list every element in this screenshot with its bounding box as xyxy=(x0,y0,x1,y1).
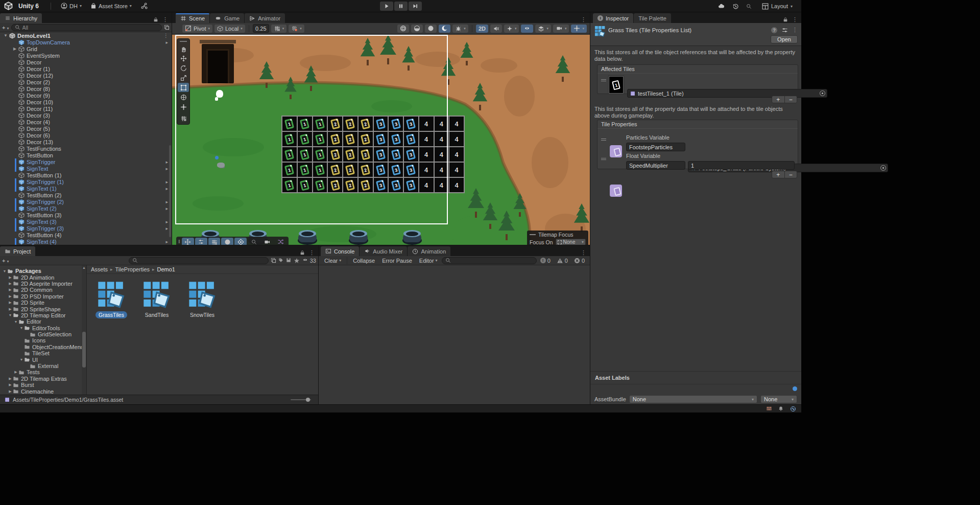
pause-button[interactable] xyxy=(394,2,408,11)
hierarchy-item[interactable]: SignTrigger▸ xyxy=(0,158,172,165)
object-picker-icon[interactable] xyxy=(880,165,886,171)
hierarchy-item[interactable]: SignTrigger (3)▸ xyxy=(0,225,172,232)
hierarchy-item[interactable]: TestButton (2) xyxy=(0,192,172,198)
object-picker-icon[interactable] xyxy=(820,90,825,96)
console-log-area[interactable] xyxy=(319,265,590,404)
hierarchy-item[interactable]: TestButton (3) xyxy=(0,212,172,218)
add-button[interactable]: + xyxy=(772,96,785,103)
asset-item[interactable]: SandTiles xyxy=(142,281,171,318)
hierarchy-item[interactable]: Decor (4) xyxy=(0,119,172,125)
hierarchy-item[interactable]: SignText (2)▸ xyxy=(0,205,172,212)
more-tools-button[interactable] xyxy=(178,113,189,123)
hierarchy-scrollbar[interactable] xyxy=(169,145,171,237)
open-prefab-icon[interactable]: ▸ xyxy=(165,226,168,231)
breadcrumb-tileproperties[interactable]: TileProperties xyxy=(115,266,150,272)
scale-tool-button[interactable] xyxy=(178,73,189,82)
project-tree-scrollbar[interactable]: ▲ xyxy=(82,265,86,395)
create-asset-button[interactable]: + ▾ xyxy=(2,258,9,264)
project-tree-item[interactable]: GridSelection xyxy=(0,331,86,337)
search-by-type-icon[interactable] xyxy=(271,258,276,263)
asset-store-menu[interactable]: Asset Store ▾ xyxy=(87,3,135,9)
mode-2d-button[interactable]: 2D xyxy=(476,25,488,33)
hierarchy-item[interactable]: EventSystem xyxy=(0,52,172,59)
asset-item[interactable]: GrassTiles xyxy=(97,281,126,318)
layers-button[interactable]: ▾ xyxy=(535,25,551,33)
scene-visibility-button[interactable] xyxy=(521,25,533,33)
remove-button[interactable]: − xyxy=(785,171,797,178)
lock-icon[interactable] xyxy=(300,250,305,256)
project-tree-item[interactable]: ▼Packages xyxy=(0,268,86,274)
label-picker-icon[interactable] xyxy=(793,386,797,391)
cache-server-icon[interactable] xyxy=(766,406,772,411)
transform-tool-button[interactable] xyxy=(178,93,189,102)
hierarchy-item[interactable]: TestFunctions xyxy=(0,145,172,152)
search-icon[interactable] xyxy=(746,4,752,9)
project-tree-item[interactable]: ▶2D Tilemap Extras xyxy=(0,376,86,382)
kebab-menu-icon[interactable]: ⋮ xyxy=(581,16,586,23)
add-object-button[interactable]: + ▾ xyxy=(2,25,9,31)
open-prefab-icon[interactable]: ▸ xyxy=(165,219,168,224)
hierarchy-item[interactable]: TopDownCamera▸ xyxy=(0,39,172,45)
tab-console[interactable]: Console xyxy=(321,246,359,256)
hierarchy-item[interactable]: Decor (6) xyxy=(0,132,172,139)
expander-icon[interactable]: ▶ xyxy=(8,294,13,299)
presets-icon[interactable] xyxy=(781,27,788,33)
expander-icon[interactable]: ▶ xyxy=(8,383,13,387)
rect-tool-button[interactable] xyxy=(178,83,189,92)
tile-thumbnail[interactable]: 1 xyxy=(609,76,624,94)
assetbundle-dropdown[interactable]: None▾ xyxy=(629,395,757,403)
rotate-tool-button[interactable] xyxy=(178,63,189,73)
asset-labels-header[interactable]: Asset Labels xyxy=(590,372,801,384)
kebab-menu-icon[interactable]: ⋮ xyxy=(163,33,169,38)
tab-audio-mixer[interactable]: Audio Mixer xyxy=(360,246,407,256)
hierarchy-item[interactable]: Decor (9) xyxy=(0,92,172,99)
open-prefab-icon[interactable]: ▸ xyxy=(165,40,168,45)
hierarchy-item[interactable]: SignText▸ xyxy=(0,165,172,172)
hierarchy-item[interactable]: SignText (4)▸ xyxy=(0,238,172,245)
hierarchy-item[interactable]: TestButton xyxy=(0,152,172,158)
project-tree-item[interactable]: Icons xyxy=(0,337,86,343)
open-prefab-icon[interactable]: ▸ xyxy=(165,166,168,171)
hierarchy-item[interactable]: TestButton (4) xyxy=(0,232,172,238)
camera-tool-button[interactable] xyxy=(261,238,273,245)
hierarchy-item[interactable]: SignText (3)▸ xyxy=(0,218,172,225)
warning-count[interactable]: 0 xyxy=(554,258,570,264)
expander-icon[interactable]: ▶ xyxy=(8,288,13,292)
open-button[interactable]: Open xyxy=(771,35,798,43)
info-count[interactable]: !0 xyxy=(538,258,553,264)
hierarchy-search-input[interactable] xyxy=(22,25,159,31)
cloud-icon[interactable] xyxy=(717,3,725,9)
gizmos-button[interactable]: ▾ xyxy=(571,25,587,33)
hierarchy-item[interactable]: Decor (3) xyxy=(0,112,172,119)
favorites-icon[interactable] xyxy=(294,258,300,264)
shading-shaded-button[interactable] xyxy=(425,25,437,33)
console-search-input[interactable] xyxy=(453,258,533,264)
project-tree-item[interactable]: ObjectCreationMenu xyxy=(0,344,86,350)
overlay-handle[interactable] xyxy=(180,41,187,42)
hierarchy-item[interactable]: ▼DemoLevel1⋮ xyxy=(0,32,172,39)
expander-icon[interactable]: ▶ xyxy=(8,282,13,286)
hierarchy-item[interactable]: SignText (1)▸ xyxy=(0,185,172,192)
expander-icon[interactable]: ▼ xyxy=(19,358,24,361)
drag-handle[interactable] xyxy=(601,139,606,141)
grid-visual-button[interactable]: ▾ xyxy=(271,25,287,33)
open-prefab-icon[interactable]: ▸ xyxy=(165,159,168,165)
focus-on-dropdown[interactable]: None ▾ xyxy=(556,239,586,245)
tab-project[interactable]: Project xyxy=(0,246,35,256)
breadcrumb-demo1[interactable]: Demo1 xyxy=(157,266,175,272)
expander-icon[interactable]: ▶ xyxy=(8,301,13,305)
hierarchy-item[interactable]: Decor (12) xyxy=(0,72,172,79)
hierarchy-item[interactable]: Decor (2) xyxy=(0,79,172,85)
property-value-field[interactable]: 1 xyxy=(688,161,795,170)
project-tree-item[interactable]: ▼2D Tilemap Editor xyxy=(0,312,86,318)
kebab-menu-icon[interactable]: ⋮ xyxy=(309,249,315,256)
project-tree-item[interactable]: ▶Cinemachine xyxy=(0,388,86,394)
drag-handle[interactable] xyxy=(601,79,606,81)
tab-animator[interactable]: Animator xyxy=(245,13,285,23)
step-button[interactable] xyxy=(409,2,422,11)
project-tree-item[interactable]: ▶2D Sprite xyxy=(0,300,86,306)
hierarchy-item[interactable]: Decor xyxy=(0,59,172,65)
expander-icon[interactable]: ▼ xyxy=(19,326,24,330)
scene-viewport[interactable]: 1112223334441112223334441112223334441112… xyxy=(172,35,590,245)
expander-icon[interactable]: ▼ xyxy=(3,33,8,38)
